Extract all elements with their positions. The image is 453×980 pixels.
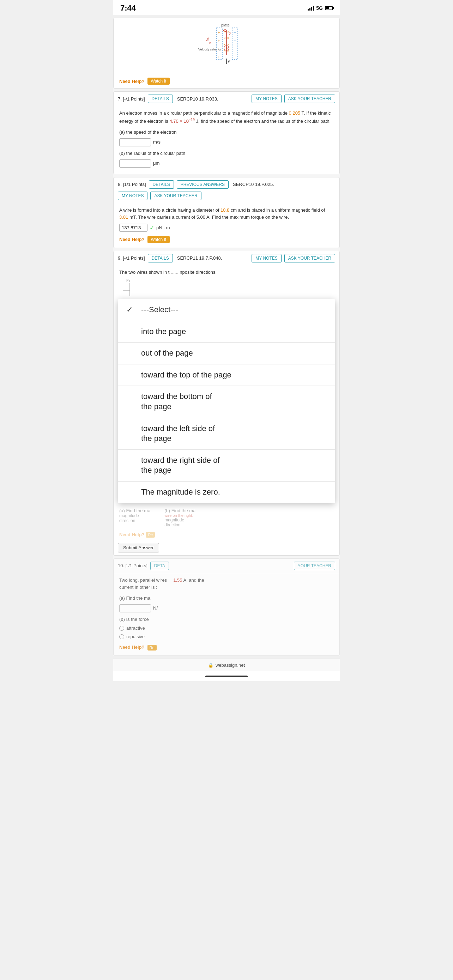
question-7-number: 7. [-/1 Points] xyxy=(118,96,145,102)
speed-input[interactable] xyxy=(119,138,151,146)
svg-text:×: × xyxy=(224,30,226,33)
velocity-selector-diagram: plate + + + + − − − − × × × × × xyxy=(198,22,255,67)
submit-answer-button-9[interactable]: Submit Answer xyxy=(118,543,159,552)
status-right: 5G xyxy=(308,5,333,11)
ask-teacher-button-7[interactable]: ASK YOUR TEACHER xyxy=(285,95,335,103)
repulsive-radio[interactable] xyxy=(119,634,124,639)
read-button-9[interactable]: Re xyxy=(146,532,155,538)
torque-input[interactable] xyxy=(119,224,148,232)
svg-text:+: + xyxy=(218,30,220,35)
ask-teacher-button-9[interactable]: ASK YOUR TEACHER xyxy=(285,254,335,262)
question-7-code: SERCP10 19.P.033. xyxy=(177,96,218,102)
details-button-7[interactable]: DETAILS xyxy=(148,95,173,103)
svg-text:v⃗: v⃗ xyxy=(228,32,231,36)
wires-diagram: P₂ xyxy=(119,277,140,298)
question-8-body: A wire is formed into a circle having a … xyxy=(114,203,339,248)
question-9-card: 9. [-/1 Points] DETAILS SERCP11 19.7.P.0… xyxy=(113,251,340,555)
question-8-card: 8. [1/1 Points] DETAILS PREVIOUS ANSWERS… xyxy=(113,177,340,248)
question-9-need-help: Need Help? Re xyxy=(114,530,339,540)
question-7-body: An electron moves in a circular path per… xyxy=(114,106,339,174)
checkmark-icon: ✓ xyxy=(126,305,136,315)
question-10-part-b-label: (b) Is the force xyxy=(119,616,334,624)
read-button-10[interactable]: Re xyxy=(148,645,157,651)
question-10-radio-group: attractive repulsive xyxy=(119,625,334,641)
question-7-part-a-input-group: m/s xyxy=(119,138,334,146)
svg-text:+q: +q xyxy=(226,46,229,50)
question-7-part-b-input-group: μm xyxy=(119,159,334,167)
need-help-text-10: Need Help? xyxy=(119,644,145,651)
question-10-body: Two long, parallel wires ... 1.55 A, and… xyxy=(114,573,339,656)
dropdown-item-out-of-page[interactable]: ✓ out of the page xyxy=(118,342,335,364)
svg-text:E⃗: E⃗ xyxy=(227,60,230,64)
question-8-answer-row: ✓ μN · m xyxy=(119,223,334,232)
details-button-10[interactable]: DETA xyxy=(150,562,169,570)
need-help-text: Need Help? xyxy=(119,79,145,84)
speed-unit: m/s xyxy=(153,138,161,146)
question-9-diagram-row: P₂ xyxy=(114,277,339,299)
torque-unit: μN · m xyxy=(156,224,170,232)
svg-text:B⃗: B⃗ xyxy=(206,37,209,41)
svg-text:+: + xyxy=(218,55,220,59)
force-per-length-input[interactable] xyxy=(119,604,151,612)
question-9-body-wrapper: The two wires shown in t ...... nposite … xyxy=(114,265,339,540)
question-9-number: 9. [-/1 Points] xyxy=(118,255,145,261)
lock-icon: 🔒 xyxy=(208,663,213,668)
question-6-card: plate + + + + − − − − × × × × × xyxy=(113,18,340,89)
need-help-text-8: Need Help? xyxy=(119,236,145,243)
status-time: 7:44 xyxy=(120,3,136,13)
radius-input[interactable] xyxy=(119,159,151,167)
details-button-8[interactable]: DETAILS xyxy=(149,180,174,189)
question-7-header: 7. [-/1 Points] DETAILS SERCP10 19.P.033… xyxy=(114,92,339,106)
question-7-card: 7. [-/1 Points] DETAILS SERCP10 19.P.033… xyxy=(113,91,340,174)
dropdown-item-top-of-page[interactable]: ✓ toward the top of the page xyxy=(118,364,335,386)
svg-text:in: in xyxy=(209,41,211,45)
dropdown-item-bottom-of-page[interactable]: ✓ toward the bottom ofthe page xyxy=(118,386,335,418)
question-10-need-help: Need Help? Re xyxy=(119,644,334,651)
question-10-header: 10. [-/1 Points] DETA YOUR TEACHER xyxy=(114,559,339,573)
question-8-header: 8. [1/1 Points] DETAILS PREVIOUS ANSWERS… xyxy=(114,177,339,192)
svg-text:×: × xyxy=(224,37,226,40)
attractive-radio-item: attractive xyxy=(119,625,334,632)
question-8-header-row2: MY NOTES ASK YOUR TEACHER xyxy=(114,192,339,203)
watch-it-button-8[interactable]: Watch It xyxy=(148,236,170,243)
question-10-text: Two long, parallel wires ... 1.55 A, and… xyxy=(119,577,334,584)
question-9-background-text: The two wires shown in t ...... nposite … xyxy=(114,265,339,277)
diagram-area: plate + + + + − − − − × × × × × xyxy=(114,18,339,72)
signal-icon xyxy=(308,6,314,11)
dropdown-item-select[interactable]: ✓ ---Select--- xyxy=(118,299,335,321)
dropdown-item-left-of-page[interactable]: ✓ toward the left side ofthe page xyxy=(118,418,335,450)
watch-it-button[interactable]: Watch It xyxy=(148,78,170,85)
svg-text:P₂: P₂ xyxy=(126,279,130,283)
bottom-bar: 🔒 webassign.net xyxy=(113,659,340,671)
question-8-text: A wire is formed into a circle having a … xyxy=(119,207,334,221)
my-notes-button-9[interactable]: MY NOTES xyxy=(251,254,281,262)
dropdown-item-zero[interactable]: ✓ The magnitude is zero. xyxy=(118,482,335,503)
svg-text:−: − xyxy=(234,46,236,51)
direction-dropdown-menu: ✓ ---Select--- ✓ into the page ✓ out of … xyxy=(118,299,335,503)
question-9-parts-behind: (a) Find the ma magnitude direction (b) … xyxy=(114,505,339,530)
question-9-submit-area: Submit Answer xyxy=(114,540,339,555)
question-10-part-a-label: (a) Find the ma xyxy=(119,595,334,602)
home-indicator xyxy=(113,671,340,681)
dropdown-item-into-page[interactable]: ✓ into the page xyxy=(118,321,335,343)
repulsive-radio-item: repulsive xyxy=(119,633,334,641)
svg-text:×: × xyxy=(227,37,229,40)
home-bar xyxy=(205,676,248,677)
previous-answers-button-8[interactable]: PREVIOUS ANSWERS xyxy=(177,180,229,189)
question-9-header: 9. [-/1 Points] DETAILS SERCP11 19.7.P.0… xyxy=(114,251,339,265)
question-7-text: An electron moves in a circular path per… xyxy=(119,110,334,125)
question-9-code: SERCP11 19.7.P.048. xyxy=(177,255,222,261)
website-url: webassign.net xyxy=(216,662,245,668)
details-button-9[interactable]: DETAILS xyxy=(148,254,173,262)
attractive-radio[interactable] xyxy=(119,626,124,631)
my-notes-button-7[interactable]: MY NOTES xyxy=(251,95,281,103)
ask-teacher-button-10[interactable]: YOUR TEACHER xyxy=(294,562,335,570)
my-notes-button-8[interactable]: MY NOTES xyxy=(118,192,148,200)
question-7-part-a-label: (a) the speed of the electron xyxy=(119,129,334,136)
question-10-part-a-input-group: N/ xyxy=(119,604,334,612)
battery-icon xyxy=(325,6,333,10)
dropdown-item-right-of-page[interactable]: ✓ toward the right side ofthe page xyxy=(118,450,335,482)
question-8-number: 8. [1/1 Points] xyxy=(118,182,146,187)
ask-teacher-button-8[interactable]: ASK YOUR TEACHER xyxy=(150,192,201,200)
need-help-text-9: Need Help? xyxy=(119,532,145,537)
